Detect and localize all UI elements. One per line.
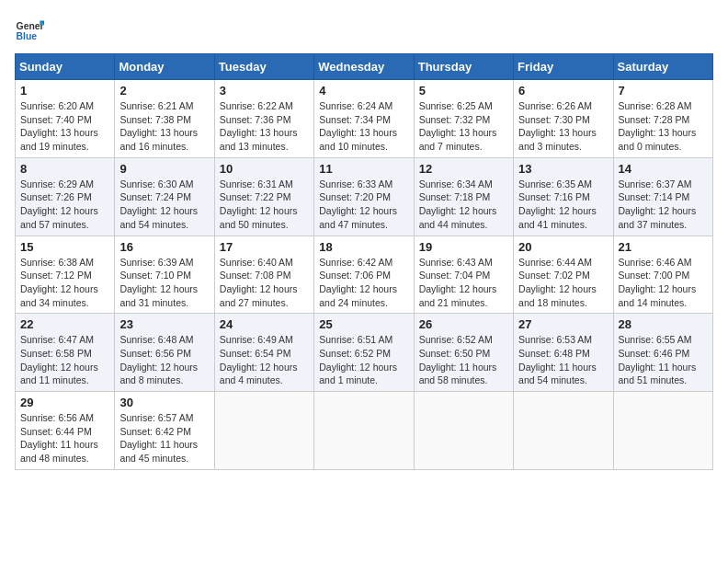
header-sunday: Sunday xyxy=(16,54,115,80)
empty-cell xyxy=(414,392,513,470)
day-number: 6 xyxy=(518,84,608,98)
day-cell: 6Sunrise: 6:26 AMSunset: 7:30 PMDaylight… xyxy=(514,80,613,158)
calendar-table: Sunday Monday Tuesday Wednesday Thursday… xyxy=(15,53,713,470)
day-number: 1 xyxy=(20,84,109,98)
day-info: Sunrise: 6:47 AMSunset: 6:58 PMDaylight:… xyxy=(20,333,109,387)
logo-icon: General Blue xyxy=(15,15,44,44)
day-cell: 23Sunrise: 6:48 AMSunset: 6:56 PMDayligh… xyxy=(115,314,214,392)
day-number: 7 xyxy=(619,84,708,98)
day-info: Sunrise: 6:35 AMSunset: 7:16 PMDaylight:… xyxy=(518,178,608,232)
day-cell: 20Sunrise: 6:44 AMSunset: 7:02 PMDayligh… xyxy=(514,236,613,314)
day-info: Sunrise: 6:56 AMSunset: 6:44 PMDaylight:… xyxy=(20,411,109,465)
day-info: Sunrise: 6:22 AMSunset: 7:36 PMDaylight:… xyxy=(220,99,309,154)
calendar-row: 22Sunrise: 6:47 AMSunset: 6:58 PMDayligh… xyxy=(16,314,713,392)
day-cell: 2Sunrise: 6:21 AMSunset: 7:38 PMDaylight… xyxy=(115,80,214,158)
day-info: Sunrise: 6:28 AMSunset: 7:28 PMDaylight:… xyxy=(619,99,708,154)
day-number: 8 xyxy=(20,162,109,176)
day-info: Sunrise: 6:39 AMSunset: 7:10 PMDaylight:… xyxy=(119,256,209,310)
day-cell: 16Sunrise: 6:39 AMSunset: 7:10 PMDayligh… xyxy=(115,236,214,314)
day-cell: 4Sunrise: 6:24 AMSunset: 7:34 PMDaylight… xyxy=(314,80,414,158)
day-info: Sunrise: 6:49 AMSunset: 6:54 PMDaylight:… xyxy=(220,333,309,387)
day-cell: 9Sunrise: 6:30 AMSunset: 7:24 PMDaylight… xyxy=(115,157,214,236)
day-number: 20 xyxy=(518,240,608,254)
day-number: 12 xyxy=(419,162,508,176)
page-header: General Blue xyxy=(15,15,713,44)
day-cell: 11Sunrise: 6:33 AMSunset: 7:20 PMDayligh… xyxy=(314,157,414,236)
day-cell: 25Sunrise: 6:51 AMSunset: 6:52 PMDayligh… xyxy=(314,314,414,392)
day-number: 19 xyxy=(419,240,508,254)
header-wednesday: Wednesday xyxy=(314,54,414,80)
days-header-row: Sunday Monday Tuesday Wednesday Thursday… xyxy=(16,54,713,80)
day-number: 14 xyxy=(619,162,708,176)
calendar-row: 1Sunrise: 6:20 AMSunset: 7:40 PMDaylight… xyxy=(16,80,713,158)
day-number: 10 xyxy=(220,162,309,176)
day-info: Sunrise: 6:24 AMSunset: 7:34 PMDaylight:… xyxy=(319,99,408,154)
day-info: Sunrise: 6:25 AMSunset: 7:32 PMDaylight:… xyxy=(419,99,508,154)
day-info: Sunrise: 6:43 AMSunset: 7:04 PMDaylight:… xyxy=(419,256,508,310)
day-cell: 10Sunrise: 6:31 AMSunset: 7:22 PMDayligh… xyxy=(214,157,313,236)
calendar-row: 15Sunrise: 6:38 AMSunset: 7:12 PMDayligh… xyxy=(16,236,713,314)
day-info: Sunrise: 6:57 AMSunset: 6:42 PMDaylight:… xyxy=(119,411,209,465)
day-cell: 3Sunrise: 6:22 AMSunset: 7:36 PMDaylight… xyxy=(214,80,313,158)
day-info: Sunrise: 6:38 AMSunset: 7:12 PMDaylight:… xyxy=(20,256,109,310)
day-info: Sunrise: 6:55 AMSunset: 6:46 PMDaylight:… xyxy=(619,333,708,387)
day-number: 18 xyxy=(319,240,408,254)
day-cell: 8Sunrise: 6:29 AMSunset: 7:26 PMDaylight… xyxy=(16,157,115,236)
day-number: 30 xyxy=(119,396,209,409)
day-info: Sunrise: 6:52 AMSunset: 6:50 PMDaylight:… xyxy=(419,333,508,387)
day-cell: 26Sunrise: 6:52 AMSunset: 6:50 PMDayligh… xyxy=(414,314,513,392)
calendar-row: 8Sunrise: 6:29 AMSunset: 7:26 PMDaylight… xyxy=(16,157,713,236)
day-number: 15 xyxy=(20,240,109,254)
day-cell: 18Sunrise: 6:42 AMSunset: 7:06 PMDayligh… xyxy=(314,236,414,314)
day-cell: 15Sunrise: 6:38 AMSunset: 7:12 PMDayligh… xyxy=(16,236,115,314)
empty-cell xyxy=(314,392,414,470)
day-cell: 13Sunrise: 6:35 AMSunset: 7:16 PMDayligh… xyxy=(514,157,613,236)
header-friday: Friday xyxy=(514,54,613,80)
day-info: Sunrise: 6:30 AMSunset: 7:24 PMDaylight:… xyxy=(119,178,209,232)
day-cell: 21Sunrise: 6:46 AMSunset: 7:00 PMDayligh… xyxy=(613,236,712,314)
day-info: Sunrise: 6:48 AMSunset: 6:56 PMDaylight:… xyxy=(119,333,209,387)
day-number: 23 xyxy=(119,317,209,331)
day-info: Sunrise: 6:51 AMSunset: 6:52 PMDaylight:… xyxy=(319,333,408,387)
day-info: Sunrise: 6:42 AMSunset: 7:06 PMDaylight:… xyxy=(319,256,408,310)
day-cell: 1Sunrise: 6:20 AMSunset: 7:40 PMDaylight… xyxy=(16,80,115,158)
day-number: 21 xyxy=(619,240,708,254)
day-info: Sunrise: 6:21 AMSunset: 7:38 PMDaylight:… xyxy=(119,99,209,154)
day-info: Sunrise: 6:20 AMSunset: 7:40 PMDaylight:… xyxy=(20,99,109,154)
day-number: 9 xyxy=(119,162,209,176)
day-number: 27 xyxy=(518,317,608,331)
day-cell: 5Sunrise: 6:25 AMSunset: 7:32 PMDaylight… xyxy=(414,80,513,158)
day-cell: 29Sunrise: 6:56 AMSunset: 6:44 PMDayligh… xyxy=(16,392,115,470)
day-cell: 17Sunrise: 6:40 AMSunset: 7:08 PMDayligh… xyxy=(214,236,313,314)
day-cell: 14Sunrise: 6:37 AMSunset: 7:14 PMDayligh… xyxy=(613,157,712,236)
day-number: 26 xyxy=(419,317,508,331)
day-number: 5 xyxy=(419,84,508,98)
header-saturday: Saturday xyxy=(613,54,712,80)
day-cell: 12Sunrise: 6:34 AMSunset: 7:18 PMDayligh… xyxy=(414,157,513,236)
empty-cell xyxy=(514,392,613,470)
day-number: 11 xyxy=(319,162,408,176)
day-info: Sunrise: 6:26 AMSunset: 7:30 PMDaylight:… xyxy=(518,99,608,154)
day-info: Sunrise: 6:37 AMSunset: 7:14 PMDaylight:… xyxy=(619,178,708,232)
day-number: 16 xyxy=(119,240,209,254)
day-info: Sunrise: 6:31 AMSunset: 7:22 PMDaylight:… xyxy=(220,178,309,232)
calendar-row: 29Sunrise: 6:56 AMSunset: 6:44 PMDayligh… xyxy=(16,392,713,470)
day-cell: 24Sunrise: 6:49 AMSunset: 6:54 PMDayligh… xyxy=(214,314,313,392)
day-cell: 30Sunrise: 6:57 AMSunset: 6:42 PMDayligh… xyxy=(115,392,214,470)
logo: General Blue xyxy=(15,15,44,44)
day-cell: 27Sunrise: 6:53 AMSunset: 6:48 PMDayligh… xyxy=(514,314,613,392)
day-cell: 7Sunrise: 6:28 AMSunset: 7:28 PMDaylight… xyxy=(613,80,712,158)
day-cell: 22Sunrise: 6:47 AMSunset: 6:58 PMDayligh… xyxy=(16,314,115,392)
day-number: 17 xyxy=(220,240,309,254)
day-cell: 28Sunrise: 6:55 AMSunset: 6:46 PMDayligh… xyxy=(613,314,712,392)
day-cell: 19Sunrise: 6:43 AMSunset: 7:04 PMDayligh… xyxy=(414,236,513,314)
day-info: Sunrise: 6:33 AMSunset: 7:20 PMDaylight:… xyxy=(319,178,408,232)
day-number: 4 xyxy=(319,84,408,98)
empty-cell xyxy=(214,392,313,470)
day-number: 24 xyxy=(220,317,309,331)
header-monday: Monday xyxy=(115,54,214,80)
svg-text:Blue: Blue xyxy=(17,31,38,41)
day-info: Sunrise: 6:46 AMSunset: 7:00 PMDaylight:… xyxy=(619,256,708,310)
header-thursday: Thursday xyxy=(414,54,513,80)
header-tuesday: Tuesday xyxy=(214,54,313,80)
